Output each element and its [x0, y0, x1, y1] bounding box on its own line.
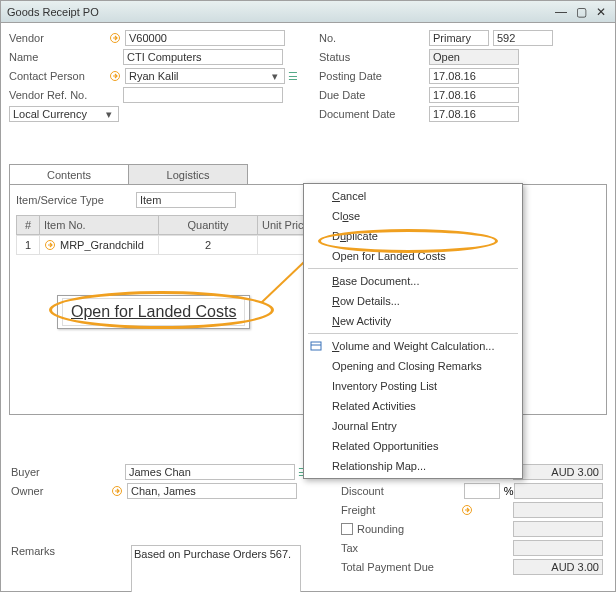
- menu-relopp-text: Related Opportunities: [332, 440, 438, 452]
- goods-receipt-po-window: Goods Receipt PO — ▢ ✕ Vendor V60000 Nam…: [0, 0, 616, 592]
- cell-qty: 2: [158, 235, 258, 255]
- discount-amount-field[interactable]: [514, 483, 603, 499]
- no-label: No.: [319, 32, 429, 44]
- status-field: Open: [429, 49, 519, 65]
- currency-label: Local Currency: [13, 108, 87, 120]
- remarks-label: Remarks: [11, 545, 55, 557]
- menu-new-activity[interactable]: New Activity: [306, 311, 520, 331]
- due-field[interactable]: 17.08.16: [429, 87, 519, 103]
- col-qty[interactable]: Quantity: [158, 215, 258, 235]
- menu-relmap-text: Relationship Map...: [332, 460, 426, 472]
- due-label: Due Date: [319, 89, 429, 101]
- minimize-icon[interactable]: —: [553, 5, 569, 19]
- freight-label: Freight: [341, 504, 461, 516]
- volume-icon: [310, 339, 324, 353]
- posting-label: Posting Date: [319, 70, 429, 82]
- menu-open-landed-text: Open for Landed Costs: [332, 250, 446, 262]
- buyer-label: Buyer: [11, 466, 111, 478]
- menu-inv-text: Inventory Posting List: [332, 380, 437, 392]
- callout-text: Open for Landed Costs: [62, 298, 245, 326]
- currency-dropdown[interactable]: Local Currency ▾: [9, 106, 119, 122]
- annotation-callout: Open for Landed Costs: [57, 295, 250, 329]
- vendor-label: Vendor: [9, 32, 109, 44]
- col-num[interactable]: #: [16, 215, 40, 235]
- footer-right: Total Before Discount AUD 3.00 Discount …: [341, 463, 603, 577]
- menu-relationship-map[interactable]: Relationship Map...: [306, 456, 520, 476]
- discount-label: Discount: [341, 485, 460, 497]
- vendorref-label: Vendor Ref. No.: [9, 89, 109, 101]
- rounding-field: [513, 521, 603, 537]
- window-title: Goods Receipt PO: [7, 6, 549, 18]
- menu-row-details[interactable]: Row Details...: [306, 291, 520, 311]
- menu-close[interactable]: Close: [306, 206, 520, 226]
- context-menu: Cancel Close Duplicate Open for Landed C…: [303, 183, 523, 479]
- no-series-field[interactable]: Primary: [429, 30, 489, 46]
- owner-link-arrow-icon[interactable]: [111, 484, 125, 498]
- col-itemno[interactable]: Item No.: [39, 215, 159, 235]
- close-icon[interactable]: ✕: [593, 5, 609, 19]
- content-area: Vendor V60000 Name CTI Computers Contact…: [1, 23, 615, 591]
- menu-related-opportunities[interactable]: Related Opportunities: [306, 436, 520, 456]
- menu-opening-closing-remarks[interactable]: Opening and Closing Remarks: [306, 356, 520, 376]
- name-field[interactable]: CTI Computers: [123, 49, 283, 65]
- menu-inventory-posting-list[interactable]: Inventory Posting List: [306, 376, 520, 396]
- tax-field: [513, 540, 603, 556]
- cell-itemno-text: MRP_Grandchild: [60, 239, 144, 251]
- remarks-field[interactable]: Based on Purchase Orders 567.: [131, 545, 301, 592]
- menu-cancel[interactable]: Cancel: [306, 186, 520, 206]
- vendorref-field[interactable]: [123, 87, 283, 103]
- contact-field[interactable]: Ryan Kalil ▾: [125, 68, 285, 84]
- contact-link-arrow-icon[interactable]: [109, 69, 123, 83]
- itemsvc-label: Item/Service Type: [16, 194, 136, 206]
- menu-duplicate[interactable]: Duplicate: [306, 226, 520, 246]
- menu-relact-text: Related Activities: [332, 400, 416, 412]
- maximize-icon[interactable]: ▢: [573, 5, 589, 19]
- menu-open-landed-costs[interactable]: Open for Landed Costs: [306, 246, 520, 266]
- freight-field: [513, 502, 603, 518]
- no-field[interactable]: 592: [493, 30, 553, 46]
- tab-contents[interactable]: Contents: [9, 164, 129, 184]
- status-label: Status: [319, 51, 429, 63]
- tab-logistics[interactable]: Logistics: [128, 164, 248, 184]
- rounding-label: Rounding: [357, 523, 461, 535]
- item-link-arrow-icon[interactable]: [44, 238, 58, 252]
- discount-pct-input[interactable]: [464, 483, 500, 499]
- doc-label: Document Date: [319, 108, 429, 120]
- vendor-field[interactable]: V60000: [125, 30, 285, 46]
- vendor-link-arrow-icon[interactable]: [109, 31, 123, 45]
- menu-base-document[interactable]: Base Document...: [306, 271, 520, 291]
- owner-field[interactable]: Chan, James: [127, 483, 297, 499]
- contact-details-icon[interactable]: ☰: [288, 70, 298, 83]
- svg-rect-4: [311, 342, 321, 350]
- total-due-field: AUD 3.00: [513, 559, 603, 575]
- menu-related-activities[interactable]: Related Activities: [306, 396, 520, 416]
- total-due-label: Total Payment Due: [341, 561, 461, 573]
- doc-field[interactable]: 17.08.16: [429, 106, 519, 122]
- posting-field[interactable]: 17.08.16: [429, 68, 519, 84]
- rounding-checkbox[interactable]: [341, 523, 353, 535]
- footer-left: Buyer James Chan ☰ Owner Chan, James: [11, 463, 321, 501]
- titlebar: Goods Receipt PO — ▢ ✕: [1, 1, 615, 23]
- menu-journal-entry[interactable]: Journal Entry: [306, 416, 520, 436]
- tab-strip: Contents Logistics: [9, 164, 607, 185]
- tax-label: Tax: [341, 542, 461, 554]
- menu-volume-weight[interactable]: Volume and Weight Calculation...: [306, 336, 520, 356]
- freight-link-arrow-icon[interactable]: [461, 503, 475, 517]
- discount-pct-sign: %: [504, 485, 514, 497]
- owner-label: Owner: [11, 485, 111, 497]
- menu-remarks-text: Opening and Closing Remarks: [332, 360, 482, 372]
- total-before-field: AUD 3.00: [513, 464, 603, 480]
- buyer-field[interactable]: James Chan: [125, 464, 295, 480]
- cell-itemno: MRP_Grandchild: [39, 235, 159, 255]
- contact-label: Contact Person: [9, 70, 109, 82]
- menu-journal-text: Journal Entry: [332, 420, 397, 432]
- currency-dropdown-icon[interactable]: ▾: [103, 108, 115, 121]
- itemsvc-field[interactable]: Item: [136, 192, 236, 208]
- contact-dropdown-icon[interactable]: ▾: [269, 70, 281, 83]
- cell-num: 1: [16, 235, 40, 255]
- contact-value: Ryan Kalil: [129, 70, 179, 82]
- name-label: Name: [9, 51, 109, 63]
